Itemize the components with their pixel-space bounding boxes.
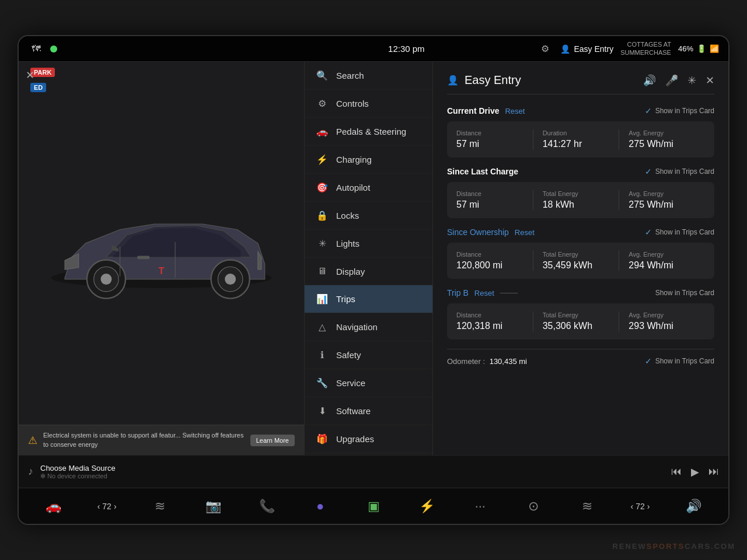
stat-slc-total-energy: Total Energy 18 kWh xyxy=(533,190,619,210)
nav-item-autopilot[interactable]: 🎯 Autopilot xyxy=(305,174,432,202)
distance-value: 57 mi xyxy=(456,139,533,149)
navigation-icon: △ xyxy=(316,321,328,332)
nav-label-service: Service xyxy=(336,378,365,388)
nav-label-navigation: Navigation xyxy=(336,322,378,332)
since-last-charge-stats: Distance 57 mi Total Energy 18 kWh Avg. … xyxy=(447,182,714,218)
main-content: ✕ PARK ED xyxy=(19,62,728,455)
nav-item-software[interactable]: ⬇ Software xyxy=(305,397,432,425)
so-distance-label: Distance xyxy=(456,251,533,258)
map-icon[interactable]: 🗺 xyxy=(28,41,44,57)
trip-b-show-trips-label[interactable]: Show in Trips Card xyxy=(655,289,714,297)
odometer-show-trips[interactable]: ✓ Show in Trips Card xyxy=(645,356,714,366)
tb-distance-label: Distance xyxy=(456,312,533,318)
service-icon: 🔧 xyxy=(316,377,328,388)
stat-so-total-energy: Total Energy 35,459 kWh xyxy=(533,251,619,271)
nav-item-trips[interactable]: 📊 Trips xyxy=(305,285,432,313)
display-icon: 🖥 xyxy=(316,266,328,276)
taskbar-apps[interactable]: ▣ xyxy=(348,492,399,521)
current-drive-show-trips[interactable]: ✓ Show in Trips Card xyxy=(645,106,714,116)
media-bar: ♪ Choose Media Source ✻ No device connec… xyxy=(19,455,728,488)
taskbar-camera[interactable]: 📷 xyxy=(188,492,239,521)
slc-avg-energy-label: Avg. Energy xyxy=(629,190,705,197)
nav-item-locks[interactable]: 🔒 Locks xyxy=(305,202,432,230)
since-ownership-trips-label: Show in Trips Card xyxy=(655,228,714,236)
car-illustration: T xyxy=(30,74,292,413)
odometer-trips-label: Show in Trips Card xyxy=(655,357,714,365)
trip-b-title[interactable]: Trip B xyxy=(447,288,469,298)
safety-icon: ℹ xyxy=(316,349,328,360)
nav-item-controls[interactable]: ⚙ Controls xyxy=(305,90,432,118)
so-total-energy-value: 35,459 kWh xyxy=(543,260,619,271)
slc-total-energy-value: 18 kWh xyxy=(543,200,619,210)
taskbar: 🚗 ‹ 72 › ≋ 📷 📞 ● ▣ ⚡ ··· ⊙ ≋ ‹ 72 › 🔊 xyxy=(19,488,728,524)
nav-item-upgrades[interactable]: 🎁 Upgrades xyxy=(305,425,432,453)
taskbar-bluetooth[interactable]: ⚡ xyxy=(402,492,452,521)
speaker-icon[interactable]: 🔊 xyxy=(643,74,656,87)
battery-icon: 🔋 xyxy=(697,44,706,53)
media-controls: ⏮ ▶ ⏭ xyxy=(671,466,719,478)
so-total-energy-label: Total Energy xyxy=(543,251,619,258)
tesla-screen: 🗺 12:30 pm ⚙ 👤 Easy Entry COTTAGES ATSUM… xyxy=(18,35,729,525)
taskbar-wheel[interactable]: ⊙ xyxy=(508,492,559,521)
next-track-button[interactable]: ⏭ xyxy=(708,466,719,478)
lights-icon: ✳ xyxy=(316,238,328,249)
header-icons: 🔊 🎤 ✳ ✕ xyxy=(643,74,714,87)
taskbar-temp-left[interactable]: ‹ 72 › xyxy=(81,492,132,521)
microphone-icon[interactable]: 🎤 xyxy=(665,74,678,87)
slc-avg-energy-value: 275 Wh/mi xyxy=(629,200,705,210)
nav-item-lights[interactable]: ✳ Lights xyxy=(305,230,432,258)
tb-avg-energy-value: 293 Wh/mi xyxy=(629,321,705,331)
trip-b-reset[interactable]: Reset xyxy=(474,289,494,298)
nav-item-safety[interactable]: ℹ Safety xyxy=(305,341,432,369)
search-icon: 🔍 xyxy=(316,70,328,81)
taskbar-temp-right[interactable]: ‹ 72 › xyxy=(615,492,665,521)
play-button[interactable]: ▶ xyxy=(691,466,699,478)
easy-entry-label: Easy Entry xyxy=(574,44,613,54)
taskbar-seat-heat[interactable]: ≋ xyxy=(135,492,186,521)
nav-item-search[interactable]: 🔍 Search xyxy=(305,62,432,90)
status-time: 12:30 pm xyxy=(282,44,530,54)
so-distance-value: 120,800 mi xyxy=(456,260,533,271)
current-drive-reset[interactable]: Reset xyxy=(505,107,525,116)
since-last-charge-show-trips[interactable]: ✓ Show in Trips Card xyxy=(645,167,714,176)
taskbar-car-icon[interactable]: 🚗 xyxy=(28,492,79,521)
close-panel-icon[interactable]: ✕ xyxy=(706,74,714,87)
bluetooth-icon[interactable]: ✳ xyxy=(687,74,696,87)
chevron-left-icon: ‹ xyxy=(97,502,100,511)
stat-slc-distance: Distance 57 mi xyxy=(456,190,533,210)
svg-point-6 xyxy=(225,274,236,285)
battery-indicator: 46% 🔋 📶 xyxy=(678,44,719,53)
ed-badge: ED xyxy=(30,83,46,92)
trips-icon: 📊 xyxy=(316,293,328,304)
close-button[interactable]: ✕ xyxy=(26,69,34,82)
tb-total-energy-value: 35,306 kWh xyxy=(543,321,619,331)
taskbar-voice[interactable]: ● xyxy=(295,492,345,521)
profile-icon: 👤 xyxy=(560,44,570,54)
stat-duration: Duration 141:27 hr xyxy=(533,130,619,149)
since-ownership-reset[interactable]: Reset xyxy=(515,228,535,237)
settings-icon[interactable]: ⚙ xyxy=(537,41,553,57)
tb-distance-value: 120,318 mi xyxy=(456,321,533,331)
learn-more-button[interactable]: Learn More xyxy=(250,435,295,446)
since-ownership-show-trips[interactable]: ✓ Show in Trips Card xyxy=(645,228,714,237)
nav-item-display[interactable]: 🖥 Display xyxy=(305,258,432,285)
taskbar-seat-heat-right[interactable]: ≋ xyxy=(561,492,612,521)
so-avg-energy-value: 294 Wh/mi xyxy=(629,260,705,271)
taskbar-volume[interactable]: 🔊 xyxy=(668,492,719,521)
since-ownership-title[interactable]: Since Ownership xyxy=(447,228,509,237)
location-text: COTTAGES ATSUMMERCHASE xyxy=(620,41,671,56)
nav-item-service[interactable]: 🔧 Service xyxy=(305,369,432,397)
nav-label-upgrades: Upgrades xyxy=(336,434,374,444)
media-info: Choose Media Source ✻ No device connecte… xyxy=(40,464,664,480)
nav-item-navigation[interactable]: △ Navigation xyxy=(305,313,432,341)
stat-so-avg-energy: Avg. Energy 294 Wh/mi xyxy=(619,251,705,271)
nav-label-charging: Charging xyxy=(336,155,372,164)
taskbar-phone[interactable]: 📞 xyxy=(242,492,292,521)
temp-left-value: 72 xyxy=(102,502,111,511)
software-icon: ⬇ xyxy=(316,405,328,416)
nav-item-charging[interactable]: ⚡ Charging xyxy=(305,146,432,174)
taskbar-more[interactable]: ··· xyxy=(455,492,505,521)
prev-track-button[interactable]: ⏮ xyxy=(671,466,682,478)
odometer-label: Odometer : 130,435 mi xyxy=(447,357,527,366)
nav-item-pedals[interactable]: 🚗 Pedals & Steering xyxy=(305,118,432,146)
